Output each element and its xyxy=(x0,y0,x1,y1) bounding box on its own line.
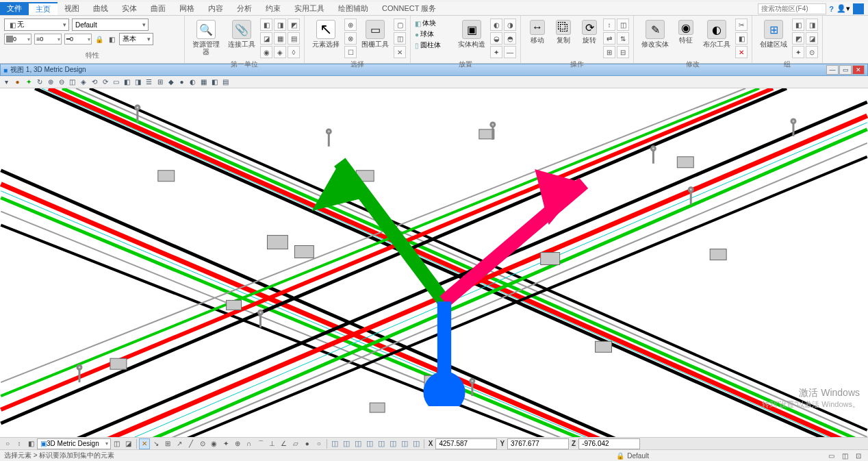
copy-button[interactable]: ⿻ 复制 xyxy=(551,18,576,45)
rotate-button[interactable]: ⟳ 旋转 xyxy=(577,18,602,45)
vt-8[interactable]: ◈ xyxy=(78,77,88,87)
vt-7[interactable]: ◫ xyxy=(67,77,77,87)
vt-4[interactable]: ↻ xyxy=(34,77,44,87)
sb-4[interactable]: ◪ xyxy=(260,32,272,45)
tab-view[interactable]: 视图 xyxy=(58,2,86,15)
op-5[interactable]: ⊞ xyxy=(603,46,615,58)
snap-9[interactable]: ⊕ xyxy=(232,438,243,449)
op-4[interactable]: ⇅ xyxy=(617,32,629,45)
weight-combo[interactable]: ━0 xyxy=(64,34,92,45)
search-input[interactable] xyxy=(758,3,826,14)
vt-6[interactable]: ⊖ xyxy=(56,77,66,87)
vt-13[interactable]: ◨ xyxy=(133,77,143,87)
vt-12[interactable]: ◧ xyxy=(122,77,132,87)
help-icon[interactable]: ? xyxy=(829,5,834,13)
vt-5[interactable]: ⊕ xyxy=(45,77,55,87)
pl-1[interactable]: ◐ xyxy=(490,18,502,31)
snap-14[interactable]: ▱ xyxy=(290,438,301,449)
design-combo[interactable]: ▣ 3D Metric Design xyxy=(37,438,111,449)
palette-icon[interactable]: ◧ xyxy=(107,34,116,44)
tab-curve[interactable]: 曲线 xyxy=(86,2,115,15)
tab-surface[interactable]: 曲面 xyxy=(144,2,173,15)
base-combo[interactable]: 基本 xyxy=(119,33,153,45)
tab-constraint[interactable]: 约束 xyxy=(259,2,288,15)
bb-2[interactable]: ↕ xyxy=(14,438,25,449)
status-b2[interactable]: ◫ xyxy=(839,450,850,461)
boolean-button[interactable]: ◐ 布尔工具 xyxy=(700,18,734,49)
mod-2[interactable]: ◧ xyxy=(735,32,748,45)
solid-build-button[interactable]: ▣ 实体构造 xyxy=(455,18,489,49)
feature-button[interactable]: ◉ 特征 xyxy=(674,18,698,45)
sel-3[interactable]: ☐ xyxy=(344,46,357,58)
vt-21[interactable]: ▤ xyxy=(220,77,231,87)
view-close-button[interactable]: ✕ xyxy=(852,65,865,75)
sel-5[interactable]: ◫ xyxy=(394,32,406,45)
snap-7[interactable]: ◉ xyxy=(209,438,220,449)
tab-home[interactable]: 主页 xyxy=(29,2,58,15)
pl-3[interactable]: ◒ xyxy=(490,32,502,45)
snap-2[interactable]: ↘ xyxy=(151,438,162,449)
snap-11[interactable]: ⌒ xyxy=(255,438,266,449)
volume-button[interactable]: ◧体块 xyxy=(415,18,453,28)
vt-10[interactable]: ⟳ xyxy=(100,77,110,87)
sb-2[interactable]: ◨ xyxy=(274,18,286,31)
rg-6[interactable]: ⊙ xyxy=(806,46,818,58)
y-value[interactable] xyxy=(507,438,569,449)
cube-6[interactable]: ◫ xyxy=(387,438,398,449)
rg-2[interactable]: ◨ xyxy=(806,18,818,31)
vt-1[interactable]: ▾ xyxy=(1,77,12,87)
cube-4[interactable]: ◫ xyxy=(364,438,375,449)
snap-16[interactable]: ○ xyxy=(314,438,324,449)
lock-icon[interactable]: 🔒 xyxy=(94,34,104,44)
pl-2[interactable]: ◑ xyxy=(504,18,516,31)
status-lock-icon[interactable]: 🔒 xyxy=(616,452,624,460)
pl-5[interactable]: ✦ xyxy=(490,46,502,58)
tab-connect[interactable]: CONNECT 服务 xyxy=(375,2,443,15)
cube-1[interactable]: ◫ xyxy=(329,438,340,449)
tab-analysis[interactable]: 分析 xyxy=(230,2,259,15)
fence-button[interactable]: ▭ 围栅工具 xyxy=(358,18,392,49)
sel-1[interactable]: ⊕ xyxy=(344,18,357,31)
vt-9[interactable]: ⟲ xyxy=(89,77,99,87)
snap-13[interactable]: ∠ xyxy=(279,438,290,449)
status-b3[interactable]: ⊡ xyxy=(853,450,864,461)
move-button[interactable]: ↔ 移动 xyxy=(525,18,550,45)
bb-4[interactable]: ◫ xyxy=(112,438,123,449)
vt-16[interactable]: ◆ xyxy=(166,77,176,87)
snap-6[interactable]: ⊙ xyxy=(197,438,208,449)
bb-5[interactable]: ◪ xyxy=(123,438,134,449)
view-max-button[interactable]: ▭ xyxy=(839,65,852,75)
op-2[interactable]: ◫ xyxy=(617,18,629,31)
rg-4[interactable]: ◪ xyxy=(806,32,818,45)
cube-3[interactable]: ◫ xyxy=(353,438,363,449)
tab-file[interactable]: 文件 xyxy=(0,2,29,15)
cube-7[interactable]: ◫ xyxy=(399,438,410,449)
create-region-button[interactable]: ⊞ 创建区域 xyxy=(756,18,791,49)
color-combo[interactable]: 0 xyxy=(4,34,31,45)
attach-button[interactable]: 📎 连接工具 xyxy=(225,18,259,49)
cube-8[interactable]: ◫ xyxy=(411,438,422,449)
linestyle-combo[interactable]: ≡0 xyxy=(34,34,62,45)
snap-12[interactable]: ⊥ xyxy=(267,438,278,449)
snap-3[interactable]: ⊞ xyxy=(162,438,173,449)
sb-1[interactable]: ◧ xyxy=(260,18,272,31)
snap-5[interactable]: ╱ xyxy=(186,438,196,449)
sb-3[interactable]: ◩ xyxy=(288,18,300,31)
tab-content[interactable]: 内容 xyxy=(201,2,230,15)
snap-10[interactable]: ∩ xyxy=(244,438,255,449)
vt-14[interactable]: ☰ xyxy=(144,77,154,87)
element-select-button[interactable]: ↖ 元素选择 xyxy=(309,18,343,49)
x-value[interactable] xyxy=(435,438,497,449)
vt-11[interactable]: ▭ xyxy=(111,77,121,87)
snap-8[interactable]: ✦ xyxy=(220,438,231,449)
tab-util[interactable]: 实用工具 xyxy=(288,2,331,15)
cube-2[interactable]: ◫ xyxy=(341,438,352,449)
snap-15[interactable]: ● xyxy=(302,438,313,449)
cube-5[interactable]: ◫ xyxy=(376,438,387,449)
status-b1[interactable]: ▭ xyxy=(826,450,837,461)
sb-8[interactable]: ◈ xyxy=(274,46,286,58)
sel-4[interactable]: ▢ xyxy=(394,18,406,31)
pl-6[interactable]: — xyxy=(504,46,516,58)
sel-2[interactable]: ⊗ xyxy=(344,32,357,45)
mod-1[interactable]: ✂ xyxy=(735,18,748,31)
